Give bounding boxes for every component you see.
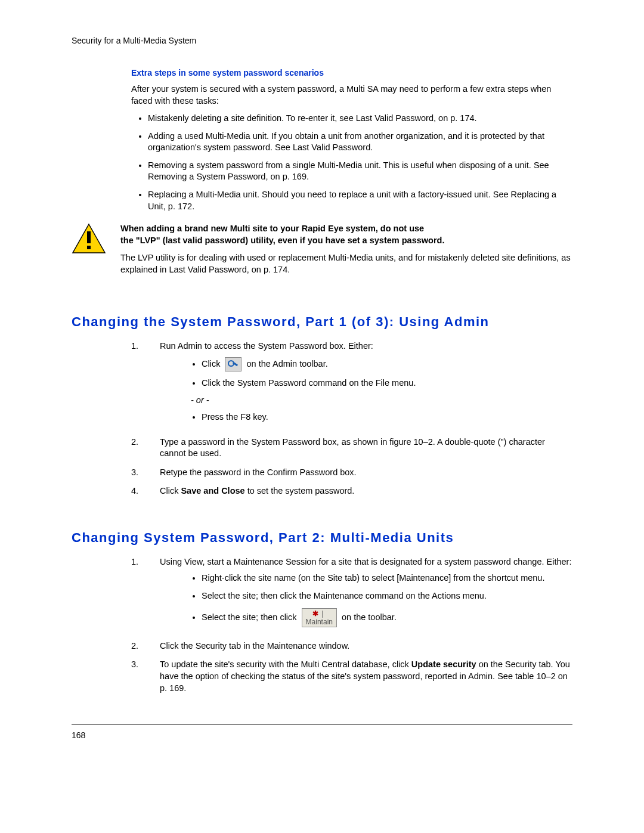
- caution-icon: [72, 223, 106, 254]
- step-text: Run Admin to access the System Password …: [160, 341, 373, 351]
- step-text: Retype the password in the Confirm Passw…: [160, 467, 572, 479]
- step-text: Click Save and Close to set the system p…: [160, 485, 572, 497]
- bullet-item: Removing a system password from a single…: [148, 160, 572, 183]
- section-extra-steps: Extra steps in some system password scen…: [131, 68, 572, 212]
- bullet-item: Adding a used Multi-Media unit. If you o…: [148, 131, 572, 154]
- warning-body: The LVP utility is for dealing with used…: [120, 252, 572, 275]
- key-icon: [225, 357, 242, 371]
- step-text: Type a password in the System Password b…: [160, 436, 572, 460]
- bullet-item: Replacing a Multi-Media unit. Should you…: [148, 189, 572, 212]
- sub-heading-extra-steps: Extra steps in some system password scen…: [131, 68, 572, 78]
- sub-item: Select the site; then click the Maintena…: [202, 590, 572, 602]
- warning-block: When adding a brand new Multi site to yo…: [72, 223, 572, 281]
- svg-rect-1: [87, 231, 91, 243]
- maintain-button-icon: ✱❘Maintain: [302, 608, 337, 627]
- document-page: Security for a Multi-Media System Extra …: [0, 0, 644, 764]
- bullet-item: Mistakenly deleting a site definition. T…: [148, 113, 572, 125]
- page-number: 168: [72, 730, 572, 740]
- list-item: 1. Run Admin to access the System Passwo…: [131, 340, 572, 429]
- intro-paragraph: After your system is secured with a syst…: [131, 83, 572, 107]
- sub-item: Select the site; then click ✱❘Maintain o…: [202, 608, 572, 627]
- list-item: 3. Retype the password in the Confirm Pa…: [131, 467, 572, 479]
- part2-steps: 1. Using View, start a Maintenance Sessi…: [131, 556, 572, 694]
- svg-rect-2: [87, 246, 91, 249]
- list-item: 3. To update the site's security with th…: [131, 659, 572, 694]
- footer-rule: [72, 724, 572, 724]
- heading-part1: Changing the System Password, Part 1 (of…: [72, 314, 572, 330]
- list-item: 1. Using View, start a Maintenance Sessi…: [131, 556, 572, 633]
- list-item: 4. Click Save and Close to set the syste…: [131, 485, 572, 497]
- warning-text: When adding a brand new Multi site to yo…: [120, 223, 572, 281]
- sub-item: Click the System Password command on the…: [202, 377, 572, 389]
- sub-item: Press the F8 key.: [202, 411, 572, 423]
- step-text: To update the site's security with the M…: [160, 659, 572, 694]
- warning-bold-line1: When adding a brand new Multi site to yo…: [120, 224, 424, 233]
- step-text: Click the Security tab in the Maintenanc…: [160, 640, 572, 652]
- part1-steps: 1. Run Admin to access the System Passwo…: [131, 340, 572, 497]
- sub-item: Right-click the site name (on the Site t…: [202, 572, 572, 584]
- bullet-list: Mistakenly deleting a site definition. T…: [131, 113, 572, 212]
- running-header: Security for a Multi-Media System: [72, 36, 572, 45]
- step-text: Using View, start a Maintenance Session …: [160, 557, 571, 566]
- sub-item: Click on the Admin toolbar.: [202, 357, 572, 371]
- warning-bold-line2: the "LVP" (last valid password) utility,…: [120, 236, 444, 245]
- or-divider: - or -: [160, 395, 572, 407]
- list-item: 2. Type a password in the System Passwor…: [131, 436, 572, 460]
- heading-part2: Changing System Password, Part 2: Multi-…: [72, 530, 572, 546]
- list-item: 2. Click the Security tab in the Mainten…: [131, 640, 572, 652]
